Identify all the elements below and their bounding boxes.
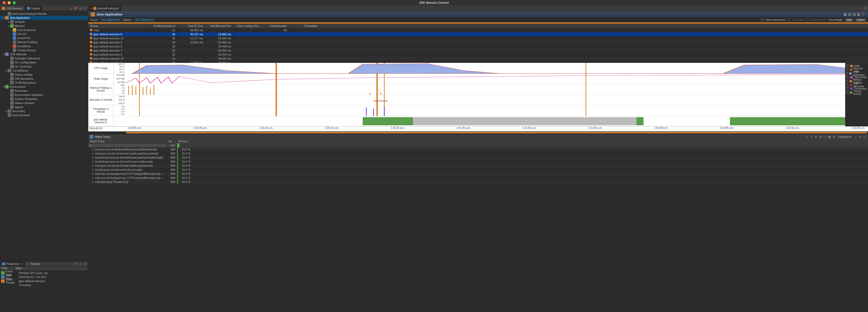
tree-item[interactable]: Environment Variables [0, 93, 88, 97]
thread-row[interactable]: main9149.452 ms69 [88, 28, 868, 32]
minimize-window-button[interactable] [8, 1, 11, 4]
same-threads-checkbox[interactable] [806, 19, 809, 21]
legend-checkbox[interactable] [846, 87, 849, 90]
tab-properties[interactable]: Properties × [0, 261, 25, 266]
hdr-tool-3-icon[interactable]: ▥ [852, 12, 856, 17]
legend-item[interactable]: Total Allocation [846, 83, 867, 87]
stack-frame-row[interactable]: ↳ void sun.nio.ch.NioSocketImpl.accept(S… [88, 147, 868, 151]
legend-checkbox[interactable] [846, 76, 849, 79]
tree-item[interactable]: ▾Java Application [0, 16, 88, 20]
tree-item[interactable]: ▾Environment [0, 85, 88, 89]
stack-trace-root-row[interactable]: ▸1263 [88, 143, 868, 147]
maximize-view-icon[interactable]: ▢ [83, 262, 87, 266]
search-icon[interactable]: ⌕ [69, 6, 73, 10]
show-concurrent-checkbox[interactable] [761, 19, 764, 21]
st-tool-3-icon[interactable]: ⇅ [814, 135, 818, 139]
tab-jvm-browser[interactable]: JVM Browser [0, 6, 25, 11]
tab-outline[interactable]: Outline [25, 6, 42, 11]
maximize-view-icon[interactable]: ▢ [83, 6, 87, 10]
stack-trace-table[interactable]: ▸1263↳ void sun.nio.ch.NioSocketImpl.acc… [88, 143, 868, 312]
st-tool-4-icon[interactable]: ⇵ [818, 135, 823, 139]
col-allocation[interactable]: Total Allocation [261, 25, 289, 27]
thread-row[interactable]: grpc-default-executor-63276.449 ms [88, 44, 868, 49]
maximize-view-icon[interactable]: ▢ [863, 6, 867, 10]
st-tool-1-icon[interactable]: ↧ [805, 135, 809, 139]
col-stack-trace[interactable]: Stack Trace [88, 140, 167, 143]
time-range-bar[interactable] [88, 131, 868, 134]
col-class-loading[interactable]: Class Loading Time [233, 25, 261, 27]
stack-frame-row[interactable]: ↳ void java.net.ServerSocket.implAccept(… [88, 151, 868, 155]
charts-area[interactable]: CPU Usage Heap Usage Method Profiling (1… [88, 63, 845, 126]
property-row[interactable]: Event Threadgrpc-default-executor [0, 279, 88, 283]
col-thread[interactable]: Thread [88, 25, 149, 27]
tree-item[interactable]: Event Browser [0, 113, 88, 117]
legend-item[interactable]: Thread Activity [846, 91, 867, 94]
focus-select[interactable]: <No Selection>▾ [100, 18, 121, 22]
tree-item[interactable]: Thread Dumps [0, 48, 88, 52]
stack-frame-row[interactable]: ↳ void java.lang.Thread.run()89915.5 % [88, 180, 868, 184]
tree-item[interactable]: Socket I/O [0, 36, 88, 40]
thread-row[interactable]: grpc-default-executor-03415.551 ms53.450… [88, 40, 868, 44]
tree-item[interactable]: ▸Memory [0, 24, 88, 28]
tree-item[interactable]: Class Loading [0, 72, 88, 76]
tree-item[interactable]: Method Profiling [0, 40, 88, 44]
col-samples[interactable]: Samples [167, 140, 177, 143]
outline-tree[interactable]: Automated Analysis Results▾Java Applicat… [0, 11, 88, 261]
hdr-tool-2-icon[interactable]: ▤ [848, 12, 852, 17]
tree-item[interactable]: GC Configuration [0, 60, 88, 64]
hdr-tool-5-icon[interactable]: ❓ [861, 12, 865, 17]
tree-item[interactable]: GC Summary [0, 64, 88, 68]
chart-canvas[interactable] [125, 63, 845, 126]
maximize-view-icon[interactable]: ▢ [862, 135, 866, 139]
tree-item[interactable]: Exceptions [0, 44, 88, 48]
st-tool-5-icon[interactable]: ▢ [823, 135, 827, 139]
stack-frame-row[interactable]: ↳ Socket java.net.ServerSocket.accept()8… [88, 168, 868, 172]
stack-frame-row[interactable]: ↳ void java.net.ServerSocket.implAccept(… [88, 164, 868, 168]
tree-item[interactable]: ▸Recording [0, 109, 88, 113]
st-tool-7-icon[interactable]: ⚙ [832, 135, 836, 139]
thread-row[interactable]: grpc-default-executor-143129.631 ms [88, 57, 868, 61]
contained-checkbox[interactable] [787, 19, 790, 21]
legend-checkbox[interactable] [846, 84, 848, 86]
tree-item[interactable]: ▸Threads [0, 20, 88, 24]
tree-item[interactable]: Processes [0, 89, 88, 93]
thread-row[interactable]: grpc-default-executor-63530.197 ms13.569… [88, 32, 868, 36]
clear-button[interactable]: Clear [855, 18, 866, 22]
col-percentage[interactable]: Percentage [177, 140, 192, 143]
thread-table[interactable]: Thread Profiling Samples ▾ Total I/O Tim… [88, 24, 868, 63]
thread-row[interactable]: grpc-default-executor-73259.565 ms [88, 49, 868, 53]
legend-item[interactable]: JVM + Application [846, 71, 867, 75]
thread-row[interactable]: grpc-default-executor-23144.810 ms [88, 53, 868, 57]
tab-editor-file[interactable]: •• startupProfiling.jfr [88, 6, 121, 11]
legend-checkbox[interactable] [846, 91, 848, 94]
tree-item[interactable]: Agents [0, 105, 88, 109]
samples-dropdown[interactable]: Samples ▾ [838, 135, 851, 138]
minimize-view-icon[interactable]: ▭ [79, 262, 83, 266]
stack-frame-row[interactable]: ↳ SocketImpl java.net.ServerSocket.platf… [88, 155, 868, 160]
tree-item[interactable]: ▸Compilations [0, 68, 88, 72]
minimize-view-icon[interactable]: ▭ [79, 6, 83, 10]
set-button[interactable]: Set [845, 18, 853, 22]
tree-item[interactable]: Lock Instances [0, 28, 88, 32]
tab-results[interactable]: •• Results [25, 261, 42, 266]
tree-item[interactable]: TLAB Allocations [0, 81, 88, 85]
thread-row[interactable]: grpc-default-executor-43012.087 ms75.093… [88, 61, 868, 63]
hdr-tool-4-icon[interactable]: ◧ [857, 12, 861, 17]
tree-item[interactable]: Automated Analysis Results [0, 12, 88, 16]
st-tool-6-icon[interactable]: ▦ [828, 135, 832, 139]
hdr-tool-1-icon[interactable]: ▦ [843, 12, 847, 17]
maximize-window-button[interactable] [13, 1, 16, 4]
st-tool-2-icon[interactable]: ↥ [809, 135, 813, 139]
aspect-select[interactable]: <No Selection>▾ [134, 18, 155, 22]
stack-frame-row[interactable]: ↳ SocketImpl java.net.ServerSocket.implA… [88, 160, 868, 164]
pin-icon[interactable]: 📌 [74, 6, 78, 10]
col-io-time[interactable]: Total I/O Time [177, 25, 205, 27]
thread-row[interactable]: grpc-default-executor-123511.177 ms52.04… [88, 36, 868, 40]
col-profiling-samples[interactable]: Profiling Samples ▾ [149, 25, 177, 27]
tree-item[interactable]: Garbage Collections [0, 56, 88, 60]
tree-item[interactable]: VM Operations [0, 76, 88, 81]
legend-checkbox[interactable] [846, 68, 849, 71]
close-icon[interactable]: × [21, 262, 22, 265]
col-blocked-time[interactable]: Total Blocked Time [205, 25, 233, 27]
legend-checkbox[interactable] [846, 64, 849, 67]
